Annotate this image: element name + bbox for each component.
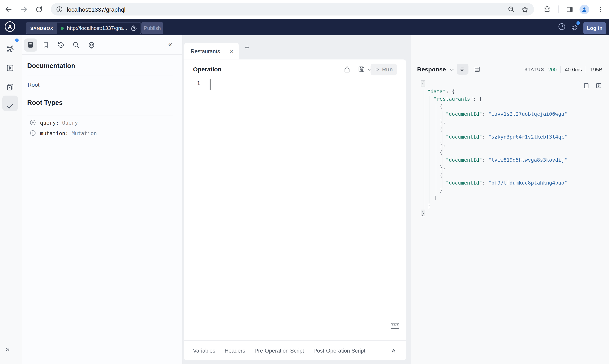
operation-tab[interactable]: Restaurants ✕	[184, 43, 239, 60]
tab-post-operation-script[interactable]: Post-Operation Script	[313, 348, 365, 354]
browser-profile-avatar[interactable]	[580, 5, 589, 14]
new-tab-icon[interactable]: +	[243, 43, 251, 51]
keyboard-shortcuts-icon[interactable]	[391, 323, 399, 329]
operation-editor[interactable]	[202, 75, 396, 331]
operation-tab-label[interactable]: Restaurants	[191, 48, 220, 54]
history-tab-icon[interactable]	[57, 41, 65, 49]
side-panel-icon[interactable]	[565, 5, 574, 14]
publish-button[interactable]: Publish	[141, 22, 163, 34]
browser-address-bar[interactable]: localhost:1337/graphql	[51, 3, 534, 16]
browser-forward-icon[interactable]	[19, 5, 29, 14]
type-name[interactable]: Query	[62, 119, 78, 126]
code-line: },	[421, 141, 568, 149]
documentation-tab-icon[interactable]	[27, 41, 35, 49]
code-line: "restaurants": [	[421, 95, 568, 103]
search-tab-icon[interactable]	[72, 41, 80, 49]
login-button[interactable]: Log in	[583, 22, 606, 34]
save-icon[interactable]	[358, 66, 365, 73]
docs-panel-toolbar: «	[22, 35, 182, 55]
code-line: "documentId": "szkyn3pr64r1v2lkebf3t4qc"	[421, 133, 568, 141]
response-dropdown-icon[interactable]	[449, 67, 454, 72]
root-type-query-row[interactable]: query: Query	[29, 119, 78, 126]
editor-line-number: 1	[194, 80, 200, 86]
response-title: Response	[417, 66, 446, 73]
checks-icon[interactable]	[6, 102, 14, 110]
endpoint-status-dot	[61, 27, 64, 30]
explorer-icon[interactable]	[6, 64, 14, 72]
field-name[interactable]: mutation:	[40, 130, 68, 136]
response-title-row[interactable]: Response	[417, 66, 454, 73]
close-tab-icon[interactable]: ✕	[229, 48, 234, 54]
tab-headers[interactable]: Headers	[225, 348, 245, 354]
response-json-code[interactable]: { "data": { "restaurants": [ { "document…	[421, 80, 568, 217]
code-line: {	[421, 80, 568, 88]
copy-response-icon[interactable]	[583, 82, 590, 90]
code-line: {	[421, 149, 568, 156]
url-text[interactable]: localhost:1337/graphql	[67, 6, 125, 13]
field-name[interactable]: query:	[40, 119, 59, 126]
code-line: "documentId": "lviw819d5htwvga8s3kovdij"	[421, 156, 568, 164]
json-view-toggle[interactable]	[457, 64, 468, 75]
zoom-out-icon[interactable]	[508, 6, 515, 13]
endpoint-settings-icon[interactable]	[130, 25, 137, 31]
run-play-icon	[375, 67, 379, 72]
docs-divider	[27, 75, 173, 76]
download-response-icon[interactable]	[596, 82, 602, 90]
status-code: 200	[548, 66, 557, 72]
schema-graph-icon[interactable]	[6, 45, 14, 53]
run-button[interactable]: Run	[371, 64, 397, 76]
help-icon[interactable]	[558, 23, 566, 30]
collapse-panel-icon[interactable]: «	[168, 40, 172, 49]
root-types-title: Root Types	[27, 99, 63, 107]
apollo-logo[interactable]: A	[5, 21, 15, 32]
announcements-badge	[576, 21, 580, 25]
status-label: STATUS	[524, 67, 544, 72]
response-panel: Response STATUS 200 40.0ms 195B	[411, 35, 609, 364]
apollo-logo-letter: A	[8, 23, 12, 30]
collections-icon[interactable]	[6, 83, 14, 91]
browser-reload-icon[interactable]	[34, 5, 43, 14]
docs-title: Documentation	[27, 62, 75, 70]
response-size: 195B	[590, 66, 602, 72]
expand-plus-icon[interactable]	[29, 130, 36, 136]
response-status-row: STATUS 200 40.0ms 195B	[524, 66, 602, 73]
sandbox-env-chip: SANDBOX	[26, 23, 57, 34]
code-line: },	[421, 118, 568, 126]
browser-back-icon[interactable]	[4, 5, 13, 14]
type-name[interactable]: Mutation	[72, 130, 97, 136]
operation-bottom-bar: Variables Headers Pre-Operation Script P…	[184, 340, 406, 360]
table-view-toggle[interactable]	[471, 64, 483, 75]
tab-variables[interactable]: Variables	[193, 348, 215, 354]
response-duration: 40.0ms	[565, 66, 582, 72]
code-line: "documentId": "bf97tfdumkcc8ptahkng4puo"	[421, 179, 568, 186]
docs-root-link[interactable]: Root	[27, 82, 39, 88]
operation-title: Operation	[193, 66, 221, 73]
bookmarks-tab-icon[interactable]	[42, 41, 50, 49]
code-line: }	[421, 186, 568, 194]
expand-bottom-panel-icon[interactable]	[390, 348, 396, 353]
site-info-icon[interactable]	[56, 6, 63, 13]
browser-toolbar: localhost:1337/graphql	[0, 0, 609, 19]
extensions-icon[interactable]	[542, 5, 552, 14]
code-line: "documentId": "iavv1s2l27uoblqcjai06wga"	[421, 110, 568, 118]
code-line: }	[421, 209, 568, 217]
endpoint-url-text[interactable]: http://localhost:1337/gra...	[67, 25, 127, 31]
bookmark-star-icon[interactable]	[521, 6, 529, 13]
root-types-divider	[27, 115, 173, 116]
endpoint-group: SANDBOX http://localhost:1337/gra...	[26, 22, 141, 34]
code-line: {	[421, 171, 568, 179]
toolbar-divider	[558, 5, 558, 13]
status-divider	[586, 66, 586, 73]
share-icon[interactable]	[343, 66, 351, 73]
documentation-panel: « Documentation Root Root Types query: Q…	[22, 35, 182, 364]
expand-rail-icon[interactable]: »	[5, 345, 10, 353]
endpoint-input[interactable]: http://localhost:1337/gra...	[57, 23, 141, 34]
expand-plus-icon[interactable]	[29, 119, 36, 126]
tab-pre-operation-script[interactable]: Pre-Operation Script	[255, 348, 304, 354]
code-line: },	[421, 164, 568, 171]
code-line: "data": {	[421, 88, 568, 95]
root-type-mutation-row[interactable]: mutation: Mutation	[29, 130, 97, 136]
settings-tab-icon[interactable]	[88, 41, 96, 49]
status-divider	[560, 66, 561, 73]
browser-menu-icon[interactable]	[596, 5, 605, 14]
